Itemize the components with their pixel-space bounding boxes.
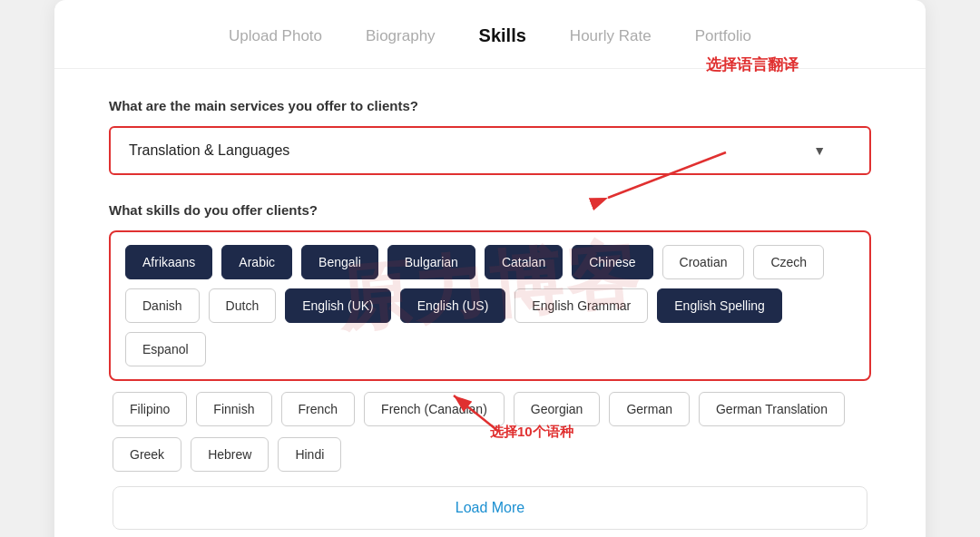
skills-section: What skills do you offer clients? Afrika… — [109, 202, 871, 472]
skill-tag-english-grammar[interactable]: English Grammar — [514, 288, 648, 323]
skill-tag-greek[interactable]: Greek — [113, 437, 181, 472]
skill-tag-german-translation[interactable]: German Translation — [699, 392, 845, 426]
skill-tag-bengali[interactable]: Bengali — [301, 245, 378, 279]
skill-tag-hebrew[interactable]: Hebrew — [191, 437, 269, 472]
skill-tag-dutch[interactable]: Dutch — [209, 288, 277, 323]
skill-tag-filipino[interactable]: Filipino — [113, 392, 187, 426]
skill-tag-arabic[interactable]: Arabic — [221, 245, 292, 279]
skill-tag-french[interactable]: French — [281, 392, 356, 426]
chevron-down-icon: ▼ — [813, 143, 826, 158]
nav-item-hourly-rate[interactable]: Hourly Rate — [570, 27, 652, 45]
nav-item-biography[interactable]: Biography — [366, 27, 436, 45]
skill-tag-bulgarian[interactable]: Bulgarian — [387, 245, 475, 279]
skill-tag-georgian[interactable]: Georgian — [514, 392, 601, 426]
skill-tag-afrikaans[interactable]: Afrikaans — [125, 245, 212, 279]
skills-border-box: AfrikaansArabicBengaliBulgarianCatalanCh… — [109, 230, 871, 381]
service-dropdown-wrapper: Translation & Languages ▼ — [109, 126, 871, 175]
skill-tag-finnish[interactable]: Finnish — [196, 392, 271, 426]
nav-item-skills[interactable]: Skills — [479, 25, 526, 46]
load-more-button[interactable]: Load More — [113, 486, 867, 530]
skill-tag-english-spelling[interactable]: English Spelling — [657, 288, 782, 323]
skill-tag-french-canadian-[interactable]: French (Canadian) — [364, 392, 505, 426]
skill-tag-english-uk-[interactable]: English (UK) — [285, 288, 391, 323]
skill-tag-german[interactable]: German — [609, 392, 690, 426]
skill-tag-catalan[interactable]: Catalan — [485, 245, 563, 279]
skill-tag-czech[interactable]: Czech — [753, 245, 824, 279]
skill-tag-chinese[interactable]: Chinese — [572, 245, 652, 279]
service-dropdown[interactable]: Translation & Languages ▼ — [109, 126, 871, 175]
main-content: 选择语言翻译 What are the main services you of… — [54, 69, 926, 537]
skill-tag-hindi[interactable]: Hindi — [278, 437, 341, 472]
nav-item-portfolio[interactable]: Portfolio — [695, 27, 751, 45]
skill-tag-croatian[interactable]: Croatian — [662, 245, 745, 279]
skills-question: What skills do you offer clients? — [109, 202, 871, 218]
extra-skills-row2: GreekHebrewHindi — [109, 437, 871, 472]
load-more-wrapper: Load More — [109, 486, 871, 530]
skills-grid: AfrikaansArabicBengaliBulgarianCatalanCh… — [125, 245, 855, 366]
extra-skills-row1: FilipinoFinnishFrenchFrench (Canadian)Ge… — [109, 392, 871, 426]
main-service-question: What are the main services you offer to … — [109, 98, 871, 113]
dropdown-selected-value: Translation & Languages — [129, 142, 289, 159]
skill-tag-english-us-[interactable]: English (US) — [400, 288, 506, 323]
nav-item-upload-photo[interactable]: Upload Photo — [229, 27, 322, 45]
main-card: Upload PhotoBiographySkillsHourly RatePo… — [54, 0, 926, 537]
skill-tag-espanol[interactable]: Espanol — [125, 332, 206, 366]
annotation-select-language: 选择语言翻译 — [706, 54, 799, 75]
skill-tag-danish[interactable]: Danish — [125, 288, 200, 323]
